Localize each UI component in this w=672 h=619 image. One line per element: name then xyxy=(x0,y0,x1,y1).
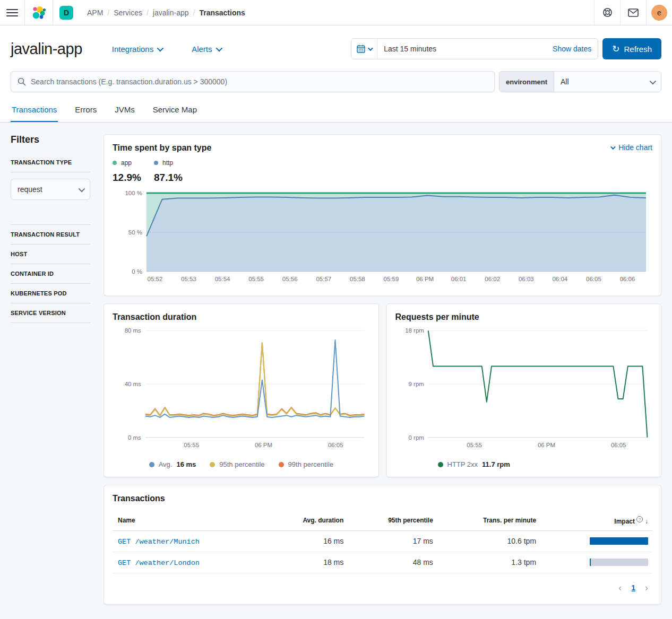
requests-per-minute-chart[interactable]: 0 rpm9 rpm18 rpm05:5506 PM06:05 xyxy=(395,325,653,454)
impact-bar xyxy=(590,537,648,545)
refresh-icon: ↻ xyxy=(612,45,619,54)
transactions-table-panel: Transactions NameAvg. duration95th perce… xyxy=(104,485,661,605)
transaction-link[interactable]: GET /weather/Munich xyxy=(118,538,200,546)
tab-errors[interactable]: Errors xyxy=(74,100,98,122)
search-input[interactable] xyxy=(31,77,488,86)
svg-text:9 rpm: 9 rpm xyxy=(408,381,424,387)
column-header-impact[interactable]: Impact?↓ xyxy=(540,511,652,530)
tab-transactions[interactable]: Transactions xyxy=(11,100,58,122)
page-title: javalin-app xyxy=(11,40,82,58)
svg-text:0 ms: 0 ms xyxy=(128,434,141,441)
span-type-chart[interactable]: 0 %50 %100 %05:5205:5305:5405:5505:5605:… xyxy=(113,189,652,285)
integrations-menu-button[interactable]: Integrations xyxy=(112,45,162,54)
span-type-legend: apphttp xyxy=(113,159,652,167)
svg-text:05:53: 05:53 xyxy=(181,276,196,282)
svg-text:100 %: 100 % xyxy=(125,190,142,196)
divider xyxy=(11,283,90,284)
environment-filter: environment All xyxy=(499,71,661,92)
svg-text:05:58: 05:58 xyxy=(350,276,365,282)
tab-jvms[interactable]: JVMs xyxy=(114,100,136,122)
svg-text:06:05: 06:05 xyxy=(328,442,343,448)
hide-chart-button[interactable]: Hide chart xyxy=(610,143,652,152)
transactions-table: NameAvg. duration95th percentileTrans. p… xyxy=(113,511,652,573)
svg-text:50 %: 50 % xyxy=(128,229,142,236)
chevron-down-icon xyxy=(368,46,373,51)
transaction-type-value: request xyxy=(18,185,42,194)
legend-dot-icon xyxy=(210,462,215,467)
next-page-button[interactable]: › xyxy=(645,583,648,592)
transaction-duration-panel: Transaction duration 0 ms40 ms80 ms05:55… xyxy=(104,303,379,477)
legend-item-app[interactable]: app xyxy=(113,159,154,167)
breadcrumb: APM/Services/javalin-app/Transactions xyxy=(80,8,245,17)
breadcrumb-item[interactable]: Services xyxy=(114,8,142,17)
deployment-badge[interactable]: D xyxy=(59,6,73,20)
column-header-name[interactable]: Name xyxy=(113,511,265,530)
user-menu-button[interactable]: e xyxy=(646,0,672,25)
page-number-button[interactable]: 1 xyxy=(631,583,635,592)
span-type-percentage-app: 12.9% xyxy=(113,172,154,184)
divider xyxy=(11,322,90,323)
tab-service-map[interactable]: Service Map xyxy=(152,100,198,122)
chevron-down-icon xyxy=(610,144,616,150)
divider xyxy=(11,172,90,172)
svg-text:06 PM: 06 PM xyxy=(537,442,555,448)
filter-section-container-id[interactable]: CONTAINER ID xyxy=(11,271,90,277)
help-button[interactable] xyxy=(594,0,620,25)
svg-text:80 ms: 80 ms xyxy=(125,327,141,334)
svg-text:06:04: 06:04 xyxy=(552,276,567,282)
legend-value: 16 ms xyxy=(176,460,196,468)
legend-value: 11.7 rpm xyxy=(482,460,510,468)
svg-text:05:52: 05:52 xyxy=(148,276,163,282)
show-dates-link[interactable]: Show dates xyxy=(546,45,598,53)
notifications-button[interactable] xyxy=(620,0,646,25)
calendar-menu-button[interactable] xyxy=(351,39,377,59)
svg-text:06:05: 06:05 xyxy=(586,276,601,282)
column-header-avg-duration[interactable]: Avg. duration xyxy=(265,511,348,530)
avg-duration-cell: 18 ms xyxy=(265,552,348,573)
transaction-type-select[interactable]: request xyxy=(11,179,90,200)
breadcrumb-item[interactable]: javalin-app xyxy=(153,8,189,17)
chevron-down-icon xyxy=(79,185,85,192)
transaction-duration-chart[interactable]: 0 ms40 ms80 ms05:5506 PM06:05 xyxy=(113,325,370,454)
legend-item-http[interactable]: http xyxy=(154,159,195,167)
environment-select[interactable]: All xyxy=(554,72,661,92)
calendar-icon xyxy=(357,45,365,53)
legend-dot-icon xyxy=(113,161,117,165)
elastic-logo[interactable] xyxy=(25,0,53,25)
search-box xyxy=(11,71,495,92)
service-tabs: TransactionsErrorsJVMsService Map xyxy=(0,94,672,123)
filter-section-host[interactable]: HOST xyxy=(11,251,90,257)
divider xyxy=(11,303,90,303)
filter-label-transaction-type: TRANSACTION TYPE xyxy=(11,159,90,165)
hide-chart-label: Hide chart xyxy=(618,143,652,152)
svg-text:06:02: 06:02 xyxy=(485,276,500,282)
breadcrumb-item[interactable]: APM xyxy=(87,8,103,17)
column-header-95th-percentile[interactable]: 95th percentile xyxy=(348,511,437,530)
alerts-label: Alerts xyxy=(192,45,212,54)
svg-text:05:56: 05:56 xyxy=(282,276,298,282)
transaction-link[interactable]: GET /weather/London xyxy=(118,559,200,567)
divider xyxy=(11,244,90,245)
tpm-cell: 1.3 tpm xyxy=(437,552,540,573)
refresh-button[interactable]: ↻ Refresh xyxy=(602,38,661,59)
column-header-trans-per-minute[interactable]: Trans. per minute xyxy=(437,511,540,530)
chevron-down-icon xyxy=(157,45,164,51)
menu-icon[interactable] xyxy=(6,7,18,19)
legend-item-http-2xx[interactable]: HTTP 2xx11.7 rpm xyxy=(438,460,510,468)
span-type-percentage-http: 87.1% xyxy=(154,172,195,184)
refresh-label: Refresh xyxy=(624,45,652,54)
top-navigation-bar: D APM/Services/javalin-app/Transactions … xyxy=(0,0,672,25)
previous-page-button[interactable]: ‹ xyxy=(618,583,622,592)
time-range-value[interactable]: Last 15 minutes xyxy=(377,45,546,53)
breadcrumb-separator: / xyxy=(107,8,109,17)
filter-section-service-version[interactable]: SERVICE VERSION xyxy=(11,310,90,316)
legend-item-95th-percentile[interactable]: 95th percentile xyxy=(210,460,264,468)
alerts-menu-button[interactable]: Alerts xyxy=(192,45,220,54)
filter-section-transaction-result[interactable]: TRANSACTION RESULT xyxy=(11,231,90,238)
breadcrumb-separator: / xyxy=(147,8,149,17)
impact-help-icon[interactable]: ? xyxy=(636,516,643,522)
filter-section-kubernetes-pod[interactable]: KUBERNETES POD xyxy=(11,290,90,297)
legend-item-avg-[interactable]: Avg.16 ms xyxy=(149,460,196,468)
legend-item-99th-percentile[interactable]: 99th percentile xyxy=(279,460,333,468)
legend-label: Avg. xyxy=(159,460,173,468)
